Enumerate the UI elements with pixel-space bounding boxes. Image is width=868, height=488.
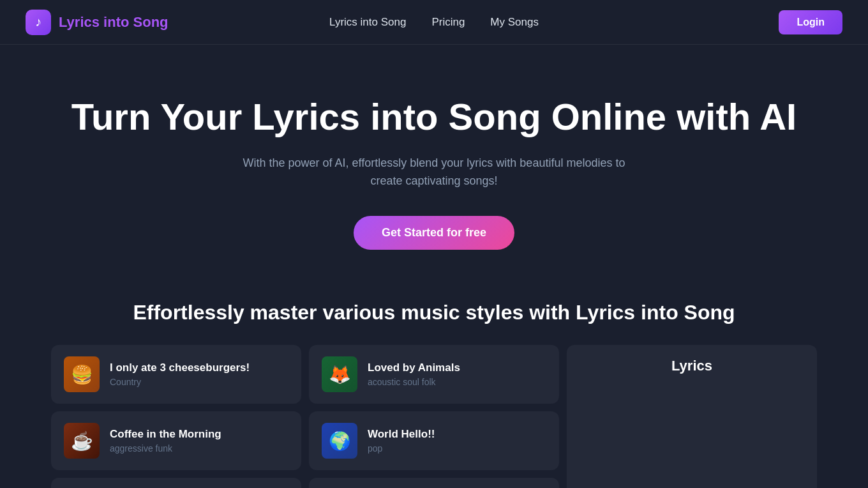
song-card-cat[interactable]: 🐱 I Love My Little Cat progressive metal xyxy=(51,478,301,488)
song-info-world: World Hello!! pop xyxy=(368,428,546,454)
song-info-coffee: Coffee in the Morning aggressive funk xyxy=(110,428,288,454)
song-title-world: World Hello!! xyxy=(368,428,546,441)
hero-title: Turn Your Lyrics into Song Online with A… xyxy=(13,96,855,139)
logo-symbol: ♪ xyxy=(35,15,41,29)
song-thumb-burger: 🍔 xyxy=(64,356,100,392)
song-card-world[interactable]: 🌍 World Hello!! pop xyxy=(309,411,559,470)
song-card-animals[interactable]: 🦊 Loved by Animals acoustic soul folk xyxy=(309,345,559,404)
song-info-animals: Loved by Animals acoustic soul folk xyxy=(368,362,546,387)
cta-button[interactable]: Get Started for free xyxy=(354,216,514,250)
song-card-burger[interactable]: 🍔 I only ate 3 cheeseburgers! Country xyxy=(51,345,301,404)
song-genre-world: pop xyxy=(368,443,546,454)
logo-accent: Song xyxy=(133,14,168,30)
hero-section: Turn Your Lyrics into Song Online with A… xyxy=(0,45,868,288)
logo-icon: ♪ xyxy=(26,10,51,35)
nav-link-lyrics[interactable]: Lyrics into Song xyxy=(329,16,406,29)
login-button[interactable]: Login xyxy=(779,10,842,34)
song-genre-coffee: aggressive funk xyxy=(110,443,288,454)
song-card-salmon[interactable]: 🐟 I am a salmon upbeat rock xyxy=(309,478,559,488)
song-title-burger: I only ate 3 cheeseburgers! xyxy=(110,362,288,374)
song-card-coffee[interactable]: ☕ Coffee in the Morning aggressive funk xyxy=(51,411,301,470)
song-thumb-animals: 🦊 xyxy=(322,356,357,392)
logo-plain: Lyrics into xyxy=(59,14,129,30)
lyrics-panel: Lyrics xyxy=(567,345,817,488)
song-title-coffee: Coffee in the Morning xyxy=(110,428,288,441)
hero-subtitle: With the power of AI, effortlessly blend… xyxy=(230,154,638,191)
song-genre-burger: Country xyxy=(110,377,288,387)
nav-link-my-songs[interactable]: My Songs xyxy=(490,16,539,29)
songs-grid: 🍔 I only ate 3 cheeseburgers! Country 🦊 … xyxy=(51,345,817,488)
song-info-burger: I only ate 3 cheeseburgers! Country xyxy=(110,362,288,387)
song-title-animals: Loved by Animals xyxy=(368,362,546,374)
song-genre-animals: acoustic soul folk xyxy=(368,377,546,387)
song-thumb-world: 🌍 xyxy=(322,423,357,459)
nav-links: Lyrics into Song Pricing My Songs xyxy=(329,16,539,29)
logo-text: Lyrics into Song xyxy=(59,14,168,31)
nav-link-pricing[interactable]: Pricing xyxy=(431,16,465,29)
songs-section: Effortlessly master various music styles… xyxy=(0,288,868,488)
logo-link[interactable]: ♪ Lyrics into Song xyxy=(26,10,168,35)
lyrics-panel-title: Lyrics xyxy=(671,358,712,374)
song-thumb-coffee: ☕ xyxy=(64,423,100,459)
navbar: ♪ Lyrics into Song Lyrics into Song Pric… xyxy=(0,0,868,45)
songs-section-title: Effortlessly master various music styles… xyxy=(51,301,817,324)
